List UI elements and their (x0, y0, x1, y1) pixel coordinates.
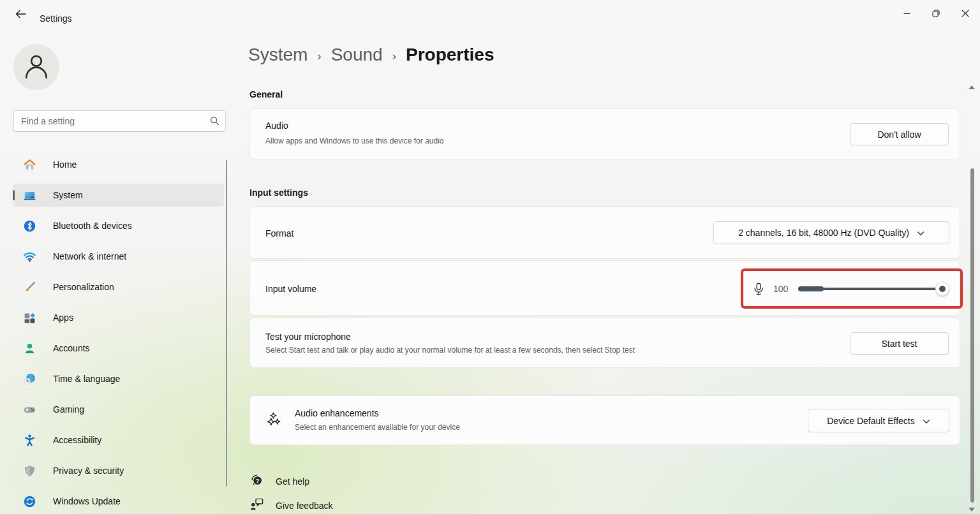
update-icon (23, 495, 36, 508)
input-volume-card: Input volume 100 (249, 260, 960, 316)
test-mic-title: Test your microphone (265, 332, 351, 342)
dont-allow-button[interactable]: Don't allow (850, 123, 949, 145)
sidebar-item-accessibility[interactable]: Accessibility (13, 429, 224, 452)
time-icon (23, 372, 36, 386)
general-section-header: General (249, 89, 283, 99)
input-volume-label: Input volume (265, 284, 316, 294)
test-microphone-card: Test your microphone Select Start test a… (249, 318, 960, 368)
home-icon (23, 158, 36, 172)
breadcrumb-sound[interactable]: Sound (331, 45, 383, 65)
main-scrollbar-thumb[interactable] (970, 168, 974, 503)
sidebar-item-label: System (53, 190, 83, 200)
gaming-icon (23, 403, 36, 416)
scroll-up-button[interactable] (967, 83, 976, 89)
format-card: Format 2 channels, 16 bit, 48000 Hz (DVD… (249, 206, 960, 259)
format-dropdown[interactable]: 2 channels, 16 bit, 48000 Hz (DVD Qualit… (713, 221, 949, 244)
sidebar-item-system[interactable]: System (13, 184, 224, 207)
test-mic-subtitle: Select Start test and talk or play audio… (265, 346, 635, 355)
give-feedback-label: Give feedback (276, 501, 333, 511)
enhancements-dropdown-value: Device Default Effects (827, 416, 914, 426)
sidebar-item-label: Privacy & security (53, 466, 124, 476)
svg-text:?: ? (256, 478, 260, 484)
restore-icon (932, 8, 940, 20)
selected-indicator (13, 190, 15, 200)
window-title: Settings (40, 13, 72, 24)
sidebar-item-label: Network & internet (53, 251, 126, 261)
enhancements-title: Audio enhancements (295, 408, 379, 418)
sidebar-item-label: Apps (53, 312, 73, 323)
breadcrumb-current-page: Properties (406, 45, 494, 65)
audio-card-subtitle: Allow apps and Windows to use this devic… (265, 136, 444, 145)
avatar[interactable] (13, 44, 59, 90)
search-box (13, 110, 226, 132)
accounts-icon (23, 342, 36, 355)
sidebar-item-label: Personalization (53, 282, 114, 292)
scroll-up-icon (969, 80, 975, 92)
sidebar-item-label: Accessibility (53, 435, 101, 445)
sidebar-item-label: Windows Update (53, 496, 121, 506)
highlight-box (741, 268, 963, 309)
input-settings-header: Input settings (249, 187, 308, 198)
back-button[interactable] (10, 5, 31, 26)
breadcrumb: System › Sound › Properties (248, 45, 494, 65)
accessibility-icon (23, 434, 36, 447)
sidebar-item-personalization[interactable]: Personalization (13, 275, 224, 298)
get-help-label: Get help (276, 476, 309, 487)
apps-icon (23, 311, 36, 325)
give-feedback-icon (249, 497, 264, 514)
format-label: Format (265, 228, 293, 239)
minimize-icon (903, 8, 910, 20)
sidebar-item-label: Accounts (53, 343, 90, 353)
get-help-icon: ? (249, 473, 264, 490)
system-icon (23, 189, 36, 202)
bluetooth-icon (23, 219, 36, 233)
give-feedback-link[interactable]: Give feedback (249, 497, 333, 514)
minimize-button[interactable] (892, 0, 921, 28)
scroll-down-button[interactable] (967, 505, 976, 511)
chevron-down-icon (917, 228, 924, 238)
sparkles-icon (267, 412, 281, 430)
sidebar-item-home[interactable]: Home (13, 153, 224, 176)
start-test-button[interactable]: Start test (850, 332, 949, 355)
get-help-link[interactable]: ? Get help (249, 473, 309, 490)
breadcrumb-separator: › (317, 49, 321, 63)
chevron-down-icon (923, 416, 930, 426)
sidebar-item-privacy[interactable]: Privacy & security (13, 459, 224, 482)
breadcrumb-separator: › (392, 49, 396, 63)
close-icon (961, 8, 969, 20)
personalization-icon (23, 281, 36, 294)
enhancements-subtitle: Select an enhancement available for your… (295, 423, 460, 432)
scroll-down-icon (969, 503, 975, 514)
sidebar-scrollbar[interactable] (226, 160, 227, 487)
sidebar-item-apps[interactable]: Apps (13, 306, 224, 329)
sidebar-item-network[interactable]: Network & internet (13, 245, 224, 268)
sidebar-item-gaming[interactable]: Gaming (13, 398, 224, 421)
sidebar-item-label: Gaming (53, 404, 84, 415)
privacy-icon (23, 464, 36, 478)
sidebar-item-time[interactable]: Time & language (13, 367, 224, 390)
sidebar-item-bluetooth[interactable]: Bluetooth & devices (13, 214, 224, 237)
breadcrumb-system[interactable]: System (248, 45, 308, 65)
audio-enhancements-card: Audio enhancements Select an enhancement… (249, 395, 960, 445)
restore-button[interactable] (921, 0, 951, 28)
window-controls (892, 0, 980, 28)
sidebar-item-label: Home (53, 159, 77, 170)
sidebar-item-update[interactable]: Windows Update (13, 490, 224, 513)
search-icon (210, 116, 219, 128)
network-icon (23, 250, 36, 263)
sidebar-item-label: Bluetooth & devices (53, 221, 132, 231)
person-icon (22, 51, 51, 83)
audio-permission-card: Audio Allow apps and Windows to use this… (249, 108, 960, 159)
sidebar-item-label: Time & language (53, 374, 120, 384)
close-button[interactable] (951, 0, 980, 28)
format-dropdown-value: 2 channels, 16 bit, 48000 Hz (DVD Qualit… (738, 228, 909, 238)
audio-card-title: Audio (265, 121, 288, 131)
sidebar-item-accounts[interactable]: Accounts (13, 337, 224, 360)
back-arrow-icon (15, 10, 26, 21)
enhancements-dropdown[interactable]: Device Default Effects (808, 409, 949, 432)
search-input[interactable] (13, 110, 226, 132)
